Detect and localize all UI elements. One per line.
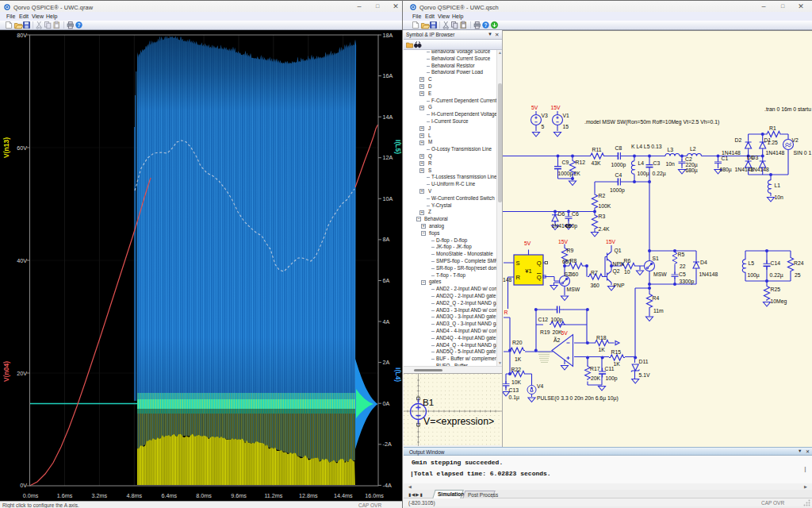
svg-text:?: ? (485, 22, 488, 28)
svg-text:C9: C9 (562, 160, 569, 165)
svg-text:D2: D2 (735, 137, 742, 143)
svg-text:L5: L5 (749, 260, 755, 266)
svg-text:18A: 18A (383, 32, 393, 39)
svg-text:V1: V1 (563, 113, 570, 118)
svg-text:6A: 6A (383, 277, 390, 284)
svg-text:360: 360 (569, 271, 579, 277)
svg-text:0.22µ: 0.22µ (770, 272, 783, 279)
svg-text:40V: 40V (17, 257, 27, 264)
svg-text:10n: 10n (666, 161, 676, 167)
svg-text:R1: R1 (769, 125, 776, 131)
svg-text:C5: C5 (679, 271, 686, 277)
svg-text:R7: R7 (591, 270, 598, 275)
svg-text:.model MSW SW(Ron=50m Roff=10M: .model MSW SW(Ron=50m Roff=10Meg Vt=2.5 … (584, 119, 719, 125)
svg-text:5V: 5V (531, 105, 538, 110)
svg-text:20V: 20V (17, 370, 27, 377)
svg-text:R4: R4 (653, 295, 660, 301)
svg-text:10: 10 (624, 269, 630, 275)
svg-text:60V: 60V (17, 144, 27, 152)
svg-text:V(n13): V(n13) (2, 137, 10, 158)
svg-text:12A: 12A (383, 154, 393, 161)
svg-text:8A: 8A (383, 236, 390, 243)
svg-text:C4: C4 (615, 172, 622, 178)
svg-text:I(L4): I(L4) (394, 368, 402, 382)
svg-text:R9: R9 (567, 248, 574, 253)
svg-text:R5: R5 (678, 252, 685, 257)
svg-text:PULSE(0 3.3 0 20n 20n 6.6µ 10µ: PULSE(0 3.3 0 20n 20n 6.6µ 10µ) (537, 395, 619, 402)
svg-text:10Meg: 10Meg (771, 298, 787, 305)
svg-text:D1: D1 (764, 137, 772, 143)
svg-text:?: ? (78, 22, 81, 28)
svg-text:15V: 15V (551, 105, 561, 110)
svg-text:R20: R20 (512, 340, 523, 345)
svg-text:Q: Q (537, 260, 542, 267)
svg-text:I(L5): I(L5) (394, 140, 402, 154)
svg-text:4.8ms: 4.8ms (127, 492, 143, 499)
svg-text:1N4148: 1N4148 (766, 150, 785, 156)
svg-text:L4: L4 (638, 160, 645, 166)
svg-text:L2: L2 (690, 146, 696, 152)
svg-text:80V: 80V (17, 32, 27, 39)
svg-text:R6: R6 (624, 258, 631, 264)
svg-text:16A: 16A (383, 72, 393, 79)
svg-text:14A: 14A (383, 114, 393, 121)
svg-text:1N4148: 1N4148 (722, 150, 741, 156)
svg-text:2.4K: 2.4K (599, 226, 610, 232)
svg-text:15V: 15V (606, 239, 616, 244)
svg-text:1.6ms: 1.6ms (57, 492, 73, 499)
svg-text:C14: C14 (771, 260, 781, 266)
svg-text:16.0ms: 16.0ms (365, 492, 384, 499)
svg-text:R22: R22 (511, 367, 522, 372)
svg-text:680µ: 680µ (720, 167, 732, 173)
svg-text:D3: D3 (752, 155, 759, 160)
svg-text:L1: L1 (775, 183, 781, 188)
svg-text:Q1: Q1 (615, 248, 622, 254)
svg-text:1N4148: 1N4148 (750, 167, 769, 172)
svg-text:680p: 680p (565, 223, 577, 229)
svg-text:R19: R19 (540, 329, 550, 335)
svg-text:100K: 100K (599, 203, 611, 209)
svg-text:R: R (516, 274, 521, 281)
svg-text:12.8ms: 12.8ms (299, 492, 318, 499)
svg-text:360: 360 (591, 283, 600, 288)
svg-text:20K: 20K (591, 375, 601, 381)
svg-text:NPN: NPN (613, 261, 624, 267)
svg-text:5V: 5V (524, 241, 531, 246)
svg-text:14.4ms: 14.4ms (334, 492, 353, 499)
svg-text:0V: 0V (20, 482, 27, 489)
svg-text:R12: R12 (576, 160, 586, 165)
svg-text:43K: 43K (592, 160, 602, 166)
svg-text:6.4ms: 6.4ms (161, 492, 177, 499)
svg-text:1N4148: 1N4148 (699, 271, 718, 277)
svg-text:¥1: ¥1 (525, 267, 531, 275)
svg-text:15: 15 (563, 124, 569, 129)
svg-text:D6: D6 (558, 211, 565, 217)
svg-text:V4: V4 (537, 383, 544, 389)
svg-text:20K: 20K (553, 329, 563, 335)
svg-text:11.2ms: 11.2ms (264, 492, 282, 499)
svg-text:5: 5 (542, 124, 545, 129)
svg-text:C8: C8 (615, 145, 622, 151)
svg-text:C11: C11 (605, 366, 615, 371)
svg-text:.tran 0 16m 0 startu: .tran 0 16m 0 startu (764, 106, 811, 112)
svg-text:2A: 2A (383, 359, 390, 366)
svg-text:8.0ms: 8.0ms (196, 492, 212, 499)
svg-text:22: 22 (680, 264, 686, 269)
svg-text:MSW: MSW (567, 287, 580, 292)
svg-text:100µ: 100µ (638, 171, 649, 177)
svg-text:V2: V2 (792, 137, 799, 143)
svg-text:1K: 1K (614, 361, 621, 367)
svg-text:R25: R25 (771, 287, 781, 292)
svg-text:K L4 L5 0.13: K L4 L5 0.13 (631, 144, 662, 149)
svg-text:R11: R11 (592, 147, 602, 152)
svg-text:V=<expression>: V=<expression> (423, 416, 494, 427)
svg-text:R3: R3 (599, 214, 606, 219)
svg-text:3300p: 3300p (680, 279, 695, 285)
svg-text:L3: L3 (668, 147, 674, 152)
svg-text:15V: 15V (558, 239, 569, 244)
svg-text:Q: Q (537, 274, 542, 281)
svg-text:Q2: Q2 (613, 268, 620, 275)
svg-text:R8: R8 (570, 258, 577, 264)
svg-text:1000p: 1000p (558, 171, 573, 177)
svg-text:1K: 1K (599, 347, 606, 352)
